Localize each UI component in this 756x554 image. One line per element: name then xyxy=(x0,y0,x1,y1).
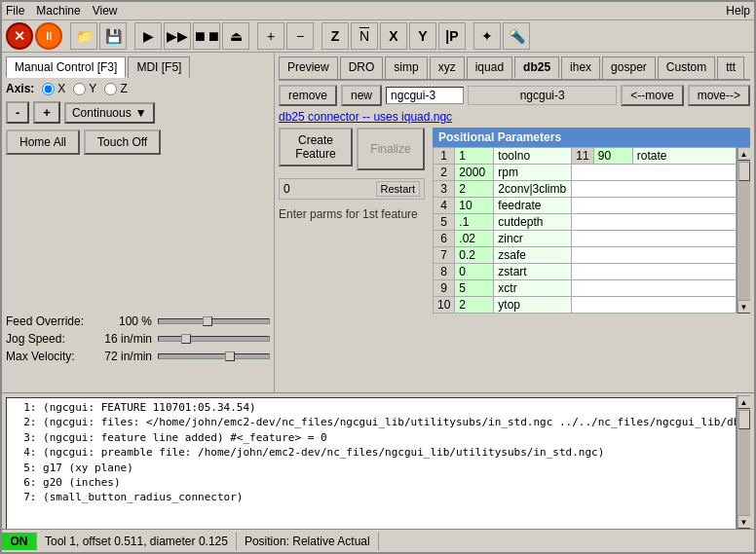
axis-label: Axis: xyxy=(6,82,34,95)
play-button[interactable]: ▶ xyxy=(134,22,162,50)
new-button[interactable]: new xyxy=(341,85,382,106)
tab-db25[interactable]: db25 xyxy=(514,56,559,79)
gcode-scrollbar[interactable]: ▲ ▼ xyxy=(737,395,750,529)
tab-simp[interactable]: simp xyxy=(385,56,427,79)
star-button[interactable]: ✦ xyxy=(473,22,501,50)
param-num: 7 xyxy=(434,247,455,264)
jog-speed-value: 16 in/min xyxy=(94,332,152,346)
menu-help[interactable]: Help xyxy=(726,4,750,18)
param-val[interactable] xyxy=(455,264,494,280)
scroll-down-button[interactable]: ▼ xyxy=(737,300,751,314)
jog-speed-label: Jog Speed: xyxy=(6,332,94,346)
param-num: 5 xyxy=(434,214,455,231)
tab-ttt[interactable]: ttt xyxy=(717,56,744,79)
menu-view[interactable]: View xyxy=(93,4,118,18)
param-name: zincr xyxy=(494,231,572,247)
param-val[interactable] xyxy=(455,165,494,181)
tab-ihex[interactable]: ihex xyxy=(561,56,600,79)
param-num: 4 xyxy=(434,198,455,214)
restart-button[interactable]: Restart xyxy=(376,181,420,197)
film-button[interactable]: ⏹⏹ xyxy=(193,22,220,50)
tab-gosper[interactable]: gosper xyxy=(602,56,656,79)
fwd-button[interactable]: ▶▶ xyxy=(164,22,191,50)
feed-override-slider[interactable] xyxy=(158,318,270,324)
z-button[interactable]: Z xyxy=(321,22,349,50)
position-info: Position: Relative Actual xyxy=(237,533,379,550)
status-bar: ON Tool 1, offset 0.511, diameter 0.125 … xyxy=(2,529,754,552)
db25-title[interactable]: db25 connector -- uses iquad.ngc xyxy=(279,110,750,124)
stop-button[interactable]: ✕ xyxy=(6,22,33,50)
finalize-button[interactable]: Finalize xyxy=(357,128,425,170)
gcode-line: 3: (ngcgui: feature line added) #<_featu… xyxy=(11,430,732,445)
save-button[interactable]: 💾 xyxy=(99,22,127,50)
tab-xyz[interactable]: xyz xyxy=(430,56,465,79)
param-num: 8 xyxy=(434,264,455,280)
x-button[interactable]: X xyxy=(380,22,407,50)
y-button[interactable]: Y xyxy=(409,22,436,50)
param-val[interactable] xyxy=(455,280,494,297)
cut-button[interactable]: ⏏ xyxy=(222,22,249,50)
param-val[interactable] xyxy=(455,148,494,165)
param-name: cutdepth xyxy=(494,214,572,231)
params-table: 1toolno11rotate2rpm32conv|3climb4feedrat… xyxy=(433,147,737,314)
lamp-button[interactable]: 🔦 xyxy=(503,22,530,50)
continuous-dropdown[interactable]: Continuous ▼ xyxy=(64,102,155,124)
parms-text: Enter parms for 1st feature xyxy=(279,207,425,221)
minus-jog-button[interactable]: - xyxy=(6,101,29,124)
param-extra-val[interactable] xyxy=(593,148,632,165)
plus-button[interactable]: + xyxy=(257,22,284,50)
pause-button[interactable]: ⏸ xyxy=(35,22,62,50)
plus-jog-button[interactable]: + xyxy=(33,101,60,124)
param-val[interactable] xyxy=(455,231,494,247)
tool-info: Tool 1, offset 0.511, diameter 0.125 xyxy=(37,533,237,550)
tab-dro[interactable]: DRO xyxy=(340,56,384,79)
param-num: 2 xyxy=(434,165,455,181)
axis-z-radio[interactable]: Z xyxy=(104,82,127,95)
minus-button[interactable]: − xyxy=(286,22,314,50)
open-button[interactable]: 📁 xyxy=(70,22,97,50)
p-button[interactable]: |P xyxy=(438,22,466,50)
left-tabs: Manual Control [F3] MDI [F5] xyxy=(6,56,270,78)
param-name: zstart xyxy=(494,264,572,280)
param-val[interactable] xyxy=(455,198,494,214)
home-all-button[interactable]: Home All xyxy=(6,129,80,155)
scroll-thumb[interactable] xyxy=(738,162,750,181)
param-val[interactable] xyxy=(455,214,494,231)
param-name: ytop xyxy=(494,297,572,314)
touch-off-button[interactable]: Touch Off xyxy=(84,129,161,155)
params-scrollbar[interactable]: ▲ ▼ xyxy=(737,147,750,314)
menu-machine[interactable]: Machine xyxy=(36,4,80,18)
scroll-up-button[interactable]: ▲ xyxy=(737,147,751,161)
tab-preview[interactable]: Preview xyxy=(279,56,338,79)
tab-custom[interactable]: Custom xyxy=(658,56,715,79)
create-feature-button[interactable]: Create Feature xyxy=(279,128,353,166)
param-val[interactable] xyxy=(455,181,494,198)
gcode-line: 5: g17 (xy plane) xyxy=(11,461,732,475)
move-left-button[interactable]: <--move xyxy=(621,85,683,106)
max-velocity-slider[interactable] xyxy=(158,353,270,359)
tab-manual-control[interactable]: Manual Control [F3] xyxy=(6,56,126,78)
on-status: ON xyxy=(2,533,37,550)
feed-override-value: 100 % xyxy=(94,314,152,328)
tab-mdi[interactable]: MDI [F5] xyxy=(128,56,190,78)
file-label: ngcgui-3 xyxy=(468,86,617,105)
tab-iquad[interactable]: iquad xyxy=(467,56,512,79)
param-val[interactable] xyxy=(455,297,494,314)
menu-file[interactable]: File xyxy=(6,4,24,18)
n-button[interactable]: N xyxy=(351,22,378,50)
gcode-scroll-thumb[interactable] xyxy=(738,410,750,429)
remove-button[interactable]: remove xyxy=(279,85,337,106)
gcode-line: 1: (ngcgui: FEATURE 110701:05.34.54) xyxy=(11,400,732,415)
param-num: 9 xyxy=(434,280,455,297)
move-right-button[interactable]: move--> xyxy=(688,85,750,106)
param-name: zsafe xyxy=(494,247,572,264)
gcode-scroll-down[interactable]: ▼ xyxy=(737,515,751,529)
param-name: 2conv|3climb xyxy=(494,181,572,198)
jog-speed-slider[interactable] xyxy=(158,336,270,342)
file-input[interactable] xyxy=(386,87,464,104)
gcode-line: 2: (ngcgui: files: </home/john/emc2-dev/… xyxy=(11,415,732,429)
axis-y-radio[interactable]: Y xyxy=(73,82,96,95)
param-val[interactable] xyxy=(455,247,494,264)
gcode-scroll-up[interactable]: ▲ xyxy=(737,395,751,409)
axis-x-radio[interactable]: X xyxy=(42,82,65,95)
